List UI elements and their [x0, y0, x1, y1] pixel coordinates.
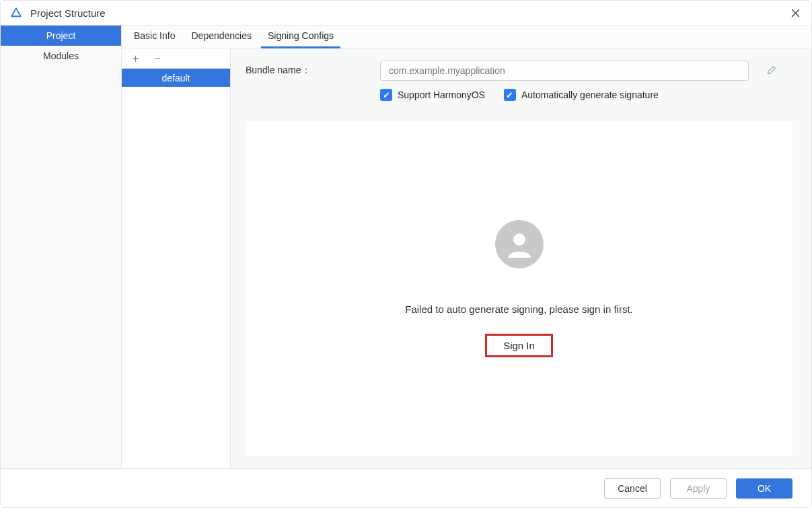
- support-harmonyos-checkbox[interactable]: ✓ Support HarmonyOS: [380, 89, 485, 101]
- tab-dependencies[interactable]: Dependencies: [184, 26, 258, 48]
- sidebar-item-label: Project: [46, 30, 76, 41]
- tabs: Basic Info Dependencies Signing Configs: [122, 26, 811, 48]
- tab-label: Basic Info: [134, 30, 175, 41]
- tab-signing-configs[interactable]: Signing Configs: [261, 26, 340, 48]
- sidebar: Project Modules: [1, 26, 122, 468]
- tab-label: Dependencies: [191, 30, 252, 41]
- checkmark-icon: ✓: [504, 89, 516, 101]
- tab-basic-info[interactable]: Basic Info: [127, 26, 182, 48]
- checkmark-icon: ✓: [380, 89, 392, 101]
- config-item-default[interactable]: default: [122, 69, 230, 87]
- window-title: Project Structure: [30, 7, 106, 19]
- auto-generate-signature-checkbox[interactable]: ✓ Automatically generate signature: [504, 89, 659, 101]
- sidebar-item-modules[interactable]: Modules: [1, 46, 121, 66]
- app-icon: [10, 7, 22, 19]
- sidebar-item-label: Modules: [43, 50, 79, 61]
- add-config-icon[interactable]: ＋: [130, 52, 141, 64]
- bundle-name-label: Bundle name：: [246, 65, 380, 77]
- apply-button[interactable]: Apply: [670, 478, 727, 499]
- signin-message: Failed to auto generate signing, please …: [405, 303, 633, 315]
- checkbox-label: Automatically generate signature: [521, 89, 659, 100]
- dialog-footer: Cancel Apply OK: [1, 468, 811, 507]
- checkbox-label: Support HarmonyOS: [398, 89, 485, 100]
- titlebar: Project Structure: [1, 1, 811, 26]
- config-list: ＋ － default: [122, 48, 231, 468]
- remove-config-icon[interactable]: －: [152, 52, 163, 64]
- avatar: [495, 220, 544, 268]
- svg-point-0: [513, 233, 525, 246]
- signin-card: Failed to auto generate signing, please …: [246, 121, 792, 456]
- bundle-name-input[interactable]: [380, 61, 749, 81]
- edit-icon[interactable]: [766, 65, 777, 77]
- config-item-label: default: [161, 73, 190, 83]
- config-panel: Bundle name： ✓ Support HarmonyOS ✓ Autom…: [231, 48, 811, 468]
- config-toolbar: ＋ －: [122, 48, 230, 69]
- sidebar-item-project[interactable]: Project: [1, 26, 121, 46]
- cancel-button[interactable]: Cancel: [604, 478, 661, 499]
- sign-in-button[interactable]: Sign In: [485, 334, 553, 357]
- ok-button[interactable]: OK: [736, 478, 792, 499]
- tab-label: Signing Configs: [268, 30, 334, 41]
- close-icon[interactable]: [786, 3, 805, 22]
